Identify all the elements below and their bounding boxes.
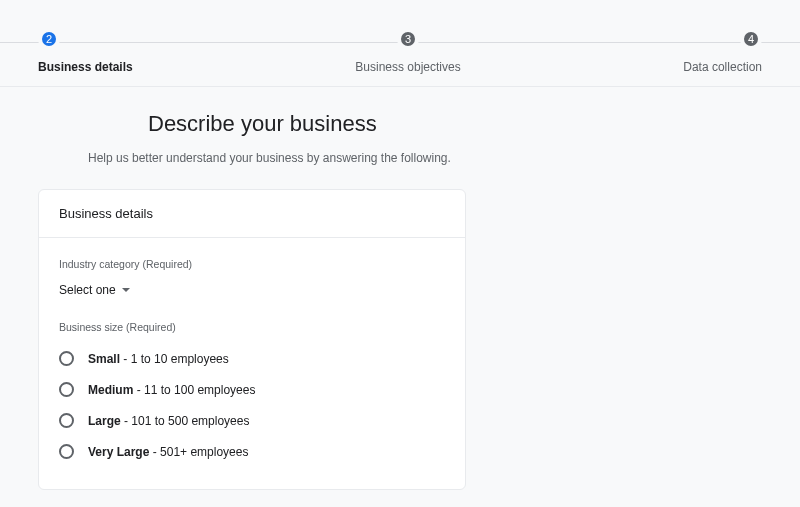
business-details-card: Business details Industry category (Requ…	[38, 189, 466, 490]
radio-option-small[interactable]: Small - 1 to 10 employees	[59, 343, 445, 374]
radio-option-medium[interactable]: Medium - 11 to 100 employees	[59, 374, 445, 405]
radio-option-very-large[interactable]: Very Large - 501+ employees	[59, 436, 445, 467]
caret-down-icon	[122, 288, 130, 292]
stepper: 2 Business details 3 Business objectives…	[0, 28, 800, 87]
radio-text-large: Large - 101 to 500 employees	[88, 414, 249, 428]
step-circle-3: 3	[397, 28, 419, 50]
content: Describe your business Help us better un…	[0, 87, 800, 507]
radio-icon	[59, 444, 74, 459]
step-business-details[interactable]: 2 Business details	[38, 28, 133, 86]
radio-option-large[interactable]: Large - 101 to 500 employees	[59, 405, 445, 436]
radio-text-medium: Medium - 11 to 100 employees	[88, 383, 255, 397]
step-business-objectives[interactable]: 3 Business objectives	[355, 28, 460, 86]
step-label-business-objectives: Business objectives	[355, 60, 460, 86]
industry-category-select[interactable]: Select one	[59, 283, 130, 297]
radio-icon	[59, 382, 74, 397]
step-label-data-collection: Data collection	[683, 60, 762, 86]
radio-icon	[59, 413, 74, 428]
page-subtitle: Help us better understand your business …	[88, 151, 762, 165]
step-label-business-details: Business details	[38, 60, 133, 86]
step-data-collection[interactable]: 4 Data collection	[683, 28, 762, 86]
industry-category-label: Industry category (Required)	[59, 258, 445, 270]
card-body: Industry category (Required) Select one …	[39, 238, 465, 489]
card-header: Business details	[39, 190, 465, 238]
radio-icon	[59, 351, 74, 366]
radio-text-small: Small - 1 to 10 employees	[88, 352, 229, 366]
select-one-text: Select one	[59, 283, 116, 297]
step-circle-2: 2	[38, 28, 60, 50]
business-size-label: Business size (Required)	[59, 321, 445, 333]
step-circle-4: 4	[740, 28, 762, 50]
radio-text-very-large: Very Large - 501+ employees	[88, 445, 248, 459]
page-title: Describe your business	[148, 111, 762, 137]
